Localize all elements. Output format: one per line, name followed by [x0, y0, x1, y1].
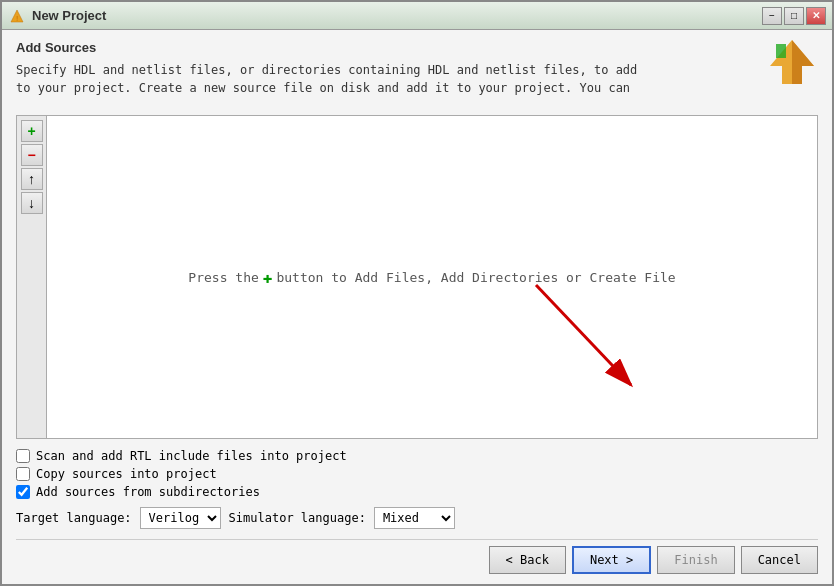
finish-button[interactable]: Finish	[657, 546, 734, 574]
sidebar-tools: + − ↑ ↓	[17, 116, 47, 438]
close-button[interactable]: ✕	[806, 7, 826, 25]
remove-file-button[interactable]: −	[21, 144, 43, 166]
button-row: < Back Next > Finish Cancel	[16, 539, 818, 574]
file-area: Press the ✚ button to Add Files, Add Dir…	[47, 116, 817, 438]
cancel-button[interactable]: Cancel	[741, 546, 818, 574]
dialog-content: Add Sources Specify HDL and netlist file…	[2, 30, 832, 584]
scan-label: Scan and add RTL include files into proj…	[36, 449, 347, 463]
subdirs-checkbox[interactable]	[16, 485, 30, 499]
logo	[766, 36, 818, 91]
svg-text:!: !	[16, 14, 18, 23]
description-text: Specify HDL and netlist files, or direct…	[16, 61, 756, 97]
move-up-button[interactable]: ↑	[21, 168, 43, 190]
svg-marker-4	[776, 44, 786, 58]
simulator-language-select[interactable]: Mixed Verilog VHDL	[374, 507, 455, 529]
header-area: Add Sources Specify HDL and netlist file…	[16, 40, 818, 107]
svg-marker-3	[792, 40, 814, 84]
window-title: New Project	[32, 8, 762, 23]
subdirs-checkbox-row: Add sources from subdirectories	[16, 485, 818, 499]
back-button[interactable]: < Back	[489, 546, 566, 574]
scan-checkbox-row: Scan and add RTL include files into proj…	[16, 449, 818, 463]
file-panel: + − ↑ ↓ Press the ✚ button to Add Files,…	[16, 115, 818, 439]
minimize-button[interactable]: −	[762, 7, 782, 25]
copy-checkbox-row: Copy sources into project	[16, 467, 818, 481]
prompt-after: button to Add Files, Add Directories or …	[276, 270, 675, 285]
desc-line1: Specify HDL and netlist files, or direct…	[16, 63, 637, 77]
scan-checkbox[interactable]	[16, 449, 30, 463]
copy-label: Copy sources into project	[36, 467, 217, 481]
subdirs-label: Add sources from subdirectories	[36, 485, 260, 499]
move-down-button[interactable]: ↓	[21, 192, 43, 214]
app-icon: !	[8, 7, 26, 25]
desc-line2: to your project. Create a new source fil…	[16, 81, 630, 95]
prompt-before: Press the	[188, 270, 258, 285]
language-row: Target language: Verilog VHDL Simulator …	[16, 507, 818, 529]
plus-icon: ✚	[263, 268, 273, 287]
content-wrapper: + − ↑ ↓ Press the ✚ button to Add Files,…	[16, 115, 818, 539]
window-controls: − □ ✕	[762, 7, 826, 25]
add-file-button[interactable]: +	[21, 120, 43, 142]
simulator-language-label: Simulator language:	[229, 511, 366, 525]
maximize-button[interactable]: □	[784, 7, 804, 25]
next-button[interactable]: Next >	[572, 546, 651, 574]
copy-checkbox[interactable]	[16, 467, 30, 481]
main-window: ! New Project − □ ✕ Add Sources Specify …	[0, 0, 834, 586]
section-title: Add Sources	[16, 40, 756, 55]
options-area: Scan and add RTL include files into proj…	[16, 449, 818, 529]
file-area-prompt: Press the ✚ button to Add Files, Add Dir…	[188, 268, 675, 287]
header-left: Add Sources Specify HDL and netlist file…	[16, 40, 756, 107]
target-language-label: Target language:	[16, 511, 132, 525]
title-bar: ! New Project − □ ✕	[2, 2, 832, 30]
target-language-select[interactable]: Verilog VHDL	[140, 507, 221, 529]
